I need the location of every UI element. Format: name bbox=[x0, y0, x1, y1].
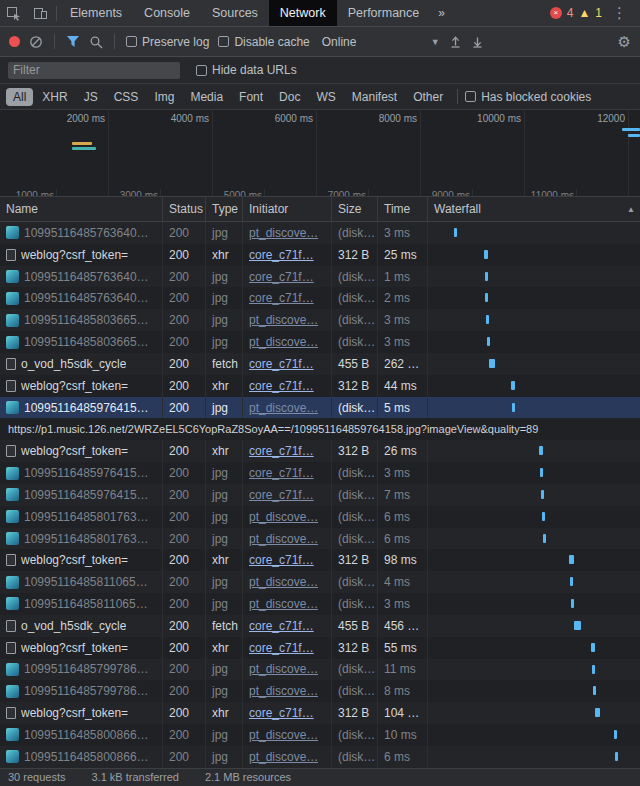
table-row[interactable]: 10995116485811065…200jpgpt_discove…(disk… bbox=[0, 593, 640, 615]
initiator-link[interactable]: core_c71f… bbox=[249, 291, 314, 305]
tab-sources[interactable]: Sources bbox=[201, 0, 269, 26]
record-button[interactable] bbox=[9, 36, 20, 47]
chip-doc[interactable]: Doc bbox=[272, 88, 307, 106]
throttling-select[interactable]: Online ▼ bbox=[322, 35, 440, 49]
initiator-link[interactable]: core_c71f… bbox=[249, 270, 314, 284]
hide-data-urls-checkbox[interactable]: Hide data URLs bbox=[196, 63, 297, 77]
initiator-link[interactable]: core_c71f… bbox=[249, 488, 314, 502]
initiator-link[interactable]: core_c71f… bbox=[249, 706, 314, 720]
initiator-link[interactable]: pt_discove… bbox=[249, 597, 318, 611]
initiator-link[interactable]: pt_discove… bbox=[249, 226, 318, 240]
table-row[interactable]: weblog?csrf_token=200xhrcore_c71f…312 B2… bbox=[0, 440, 640, 462]
column-header-status[interactable]: Status bbox=[163, 197, 206, 221]
tab-network[interactable]: Network bbox=[269, 0, 337, 26]
tab-console[interactable]: Console bbox=[133, 0, 201, 26]
table-row[interactable]: 10995116485799786…200jpgpt_discove…(disk… bbox=[0, 659, 640, 681]
table-row[interactable]: weblog?csrf_token=200xhrcore_c71f…312 B2… bbox=[0, 244, 640, 266]
warning-icon[interactable]: ▲ bbox=[578, 6, 590, 20]
initiator-link[interactable]: pt_discove… bbox=[249, 532, 318, 546]
table-row[interactable]: 10995116485811065…200jpgpt_discove…(disk… bbox=[0, 571, 640, 593]
chip-img[interactable]: Img bbox=[147, 88, 181, 106]
table-row[interactable]: 10995116485800866…200jpgpt_discove…(disk… bbox=[0, 724, 640, 746]
initiator-link[interactable]: core_c71f… bbox=[249, 553, 314, 567]
export-har-icon[interactable] bbox=[471, 35, 484, 48]
chip-font[interactable]: Font bbox=[232, 88, 270, 106]
menu-kebab-icon[interactable]: ⋮ bbox=[607, 4, 632, 22]
preserve-log-checkbox[interactable]: Preserve log bbox=[126, 35, 209, 49]
table-row[interactable]: weblog?csrf_token=200xhrcore_c71f…312 B5… bbox=[0, 637, 640, 659]
initiator-link[interactable]: pt_discove… bbox=[249, 510, 318, 524]
filter-toggle-icon[interactable] bbox=[66, 35, 80, 48]
inspect-element-icon[interactable] bbox=[0, 0, 27, 26]
column-header-name[interactable]: Name bbox=[0, 197, 163, 221]
table-row[interactable]: weblog?csrf_token=200xhrcore_c71f…312 B1… bbox=[0, 702, 640, 724]
request-type: jpg bbox=[206, 397, 243, 419]
chip-css[interactable]: CSS bbox=[107, 88, 146, 106]
more-tabs-button[interactable]: » bbox=[430, 0, 453, 26]
column-header-size[interactable]: Size bbox=[332, 197, 378, 221]
table-row[interactable]: 10995116485800866…200jpgpt_discove…(disk… bbox=[0, 746, 640, 768]
table-row[interactable]: 10995116485976415…200jpgcore_c71f…(disk…… bbox=[0, 484, 640, 506]
table-row[interactable]: 10995116485763640…200jpgpt_discove…(disk… bbox=[0, 222, 640, 244]
search-icon[interactable] bbox=[89, 35, 103, 49]
chip-xhr[interactable]: XHR bbox=[35, 88, 74, 106]
checkbox-icon[interactable] bbox=[218, 36, 229, 47]
table-row[interactable]: 10995116485976415…200jpgpt_discove…(disk… bbox=[0, 397, 640, 419]
filter-input[interactable] bbox=[8, 62, 180, 79]
column-header-initiator[interactable]: Initiator bbox=[243, 197, 332, 221]
table-row[interactable]: 10995116485763640…200jpgcore_c71f…(disk…… bbox=[0, 287, 640, 309]
table-row[interactable]: 10995116485803665…200jpgpt_discove…(disk… bbox=[0, 331, 640, 353]
disable-cache-checkbox[interactable]: Disable cache bbox=[218, 35, 309, 49]
initiator-link[interactable]: pt_discove… bbox=[249, 750, 318, 764]
clear-button[interactable] bbox=[29, 35, 43, 49]
initiator-link[interactable]: pt_discove… bbox=[249, 575, 318, 589]
request-name: 10995116485811065… bbox=[24, 575, 148, 589]
table-row[interactable]: weblog?csrf_token=200xhrcore_c71f…312 B9… bbox=[0, 549, 640, 571]
gear-icon[interactable]: ⚙ bbox=[618, 33, 631, 51]
table-row[interactable]: 10995116485801763…200jpgpt_discove…(disk… bbox=[0, 506, 640, 528]
error-badge-icon[interactable]: × bbox=[550, 7, 562, 19]
initiator-link[interactable]: core_c71f… bbox=[249, 248, 314, 262]
initiator-link[interactable]: core_c71f… bbox=[249, 357, 314, 371]
size-value: (disk… bbox=[332, 571, 378, 593]
table-row[interactable]: o_vod_h5sdk_cycle200fetchcore_c71f…455 B… bbox=[0, 353, 640, 375]
chip-ws[interactable]: WS bbox=[309, 88, 342, 106]
device-toolbar-icon[interactable] bbox=[27, 0, 54, 26]
column-header-time[interactable]: Time bbox=[378, 197, 428, 221]
table-row[interactable]: 10995116485803665…200jpgpt_discove…(disk… bbox=[0, 309, 640, 331]
table-row[interactable]: 10995116485976415…200jpgcore_c71f…(disk…… bbox=[0, 462, 640, 484]
table-row[interactable]: 10995116485801763…200jpgpt_discove…(disk… bbox=[0, 528, 640, 550]
checkbox-icon[interactable] bbox=[196, 65, 207, 76]
image-icon bbox=[6, 270, 19, 283]
initiator-link[interactable]: core_c71f… bbox=[249, 444, 314, 458]
column-header-type[interactable]: Type bbox=[206, 197, 243, 221]
chip-other[interactable]: Other bbox=[406, 88, 450, 106]
initiator-link[interactable]: core_c71f… bbox=[249, 379, 314, 393]
timeline-overview[interactable]: 2000 ms4000 ms6000 ms8000 ms10000 ms1200… bbox=[0, 110, 640, 197]
initiator-link[interactable]: core_c71f… bbox=[249, 466, 314, 480]
chip-js[interactable]: JS bbox=[77, 88, 105, 106]
blocked-cookies-checkbox[interactable]: Has blocked cookies bbox=[465, 90, 591, 104]
chip-manifest[interactable]: Manifest bbox=[345, 88, 404, 106]
initiator-link[interactable]: pt_discove… bbox=[249, 335, 318, 349]
column-header-waterfall[interactable]: Waterfall ▲ bbox=[428, 197, 640, 221]
initiator-link[interactable]: pt_discove… bbox=[249, 728, 318, 742]
size-value: 455 B bbox=[332, 615, 378, 637]
table-row[interactable]: o_vod_h5sdk_cycle200fetchcore_c71f…455 B… bbox=[0, 615, 640, 637]
checkbox-icon[interactable] bbox=[465, 91, 476, 102]
initiator-link[interactable]: pt_discove… bbox=[249, 662, 318, 676]
table-row[interactable]: weblog?csrf_token=200xhrcore_c71f…312 B4… bbox=[0, 375, 640, 397]
tab-performance[interactable]: Performance bbox=[337, 0, 431, 26]
chip-all[interactable]: All bbox=[6, 88, 33, 106]
initiator-link[interactable]: pt_discove… bbox=[249, 313, 318, 327]
chip-media[interactable]: Media bbox=[183, 88, 230, 106]
initiator-link[interactable]: pt_discove… bbox=[249, 684, 318, 698]
initiator-link[interactable]: core_c71f… bbox=[249, 641, 314, 655]
initiator-link[interactable]: pt_discove… bbox=[249, 401, 318, 415]
tab-elements[interactable]: Elements bbox=[59, 0, 133, 26]
table-row[interactable]: 10995116485799786…200jpgpt_discove…(disk… bbox=[0, 680, 640, 702]
import-har-icon[interactable] bbox=[449, 35, 462, 48]
initiator-link[interactable]: core_c71f… bbox=[249, 619, 314, 633]
checkbox-icon[interactable] bbox=[126, 36, 137, 47]
table-row[interactable]: 10995116485763640…200jpgcore_c71f…(disk…… bbox=[0, 266, 640, 288]
